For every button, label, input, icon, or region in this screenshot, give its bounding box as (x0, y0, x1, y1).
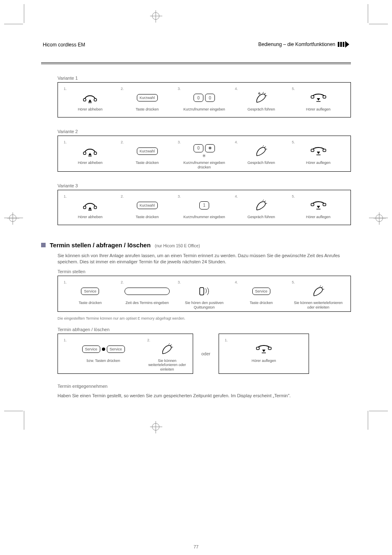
svg-rect-1 (94, 99, 97, 101)
operation-box: 1. Hörer abheben 2. Kurzwahl Taste drück… (58, 82, 351, 117)
operation-box: 1. Hörer abheben 2. Kurzwahl Taste drück… (58, 136, 351, 172)
operation-box: 1. Service Taste drücken 2. Zeit des Ter… (58, 276, 351, 312)
running-header: Hicom cordless EM Bedienung – die Komfor… (41, 41, 351, 50)
digit-key-icon: 1 (199, 201, 209, 210)
or-label: oder (201, 351, 210, 356)
star-key-icon: ✱ (205, 144, 215, 152)
variant-label: Variante 3 (58, 183, 351, 188)
svg-rect-4 (323, 96, 326, 98)
section-header: Termin stellen / abfragen / löschen (nur… (41, 242, 351, 249)
svg-rect-19 (256, 347, 259, 350)
hangup-icon (310, 200, 327, 211)
operation-box: 1. Hörer abheben 2. Kurzwahl Taste drück… (58, 190, 351, 225)
lift-handset-icon (83, 145, 97, 157)
talk-icon (254, 145, 268, 157)
digit-key-icon: 0 (194, 144, 203, 152)
intro-text: Sie können sich von Ihrer Anlage anrufen… (58, 253, 351, 265)
hangup-icon (310, 92, 327, 103)
key-icon: Kurzwahl (137, 94, 158, 101)
key-icon: Service (107, 345, 125, 353)
operation-box: 1. Hörer auflegen (219, 334, 309, 374)
key-icon: Service (252, 288, 270, 295)
key-icon: Service (82, 345, 100, 353)
page-content: Hicom cordless EM Bedienung – die Komfor… (41, 41, 351, 401)
subsection-label: Termin entgegennehmen (58, 384, 351, 389)
svg-rect-7 (94, 152, 97, 154)
header-left: Hicom cordless EM (43, 42, 85, 48)
hangup-icon (256, 344, 272, 355)
lamp-icon (102, 348, 105, 351)
variant-label: Variante 1 (58, 76, 351, 81)
ringing-phone-icon (197, 285, 211, 297)
body-text: Haben Sie einen Termin gestellt, so werd… (58, 393, 351, 399)
operation-box: 1. Service Service bzw. Tasten drücken 2… (58, 334, 193, 374)
section-title: Termin stellen / abfragen / löschen (50, 242, 151, 249)
svg-rect-12 (83, 206, 86, 209)
key-icon: Kurzwahl (137, 147, 158, 155)
key-icon: Service (81, 288, 99, 295)
digit-key-icon: 0 (205, 94, 215, 102)
page-number: 77 (194, 544, 198, 549)
svg-rect-0 (83, 99, 86, 101)
subsection-label: Termin stellen (58, 269, 351, 274)
variant-label: Variante 2 (58, 129, 351, 134)
section-bullet-icon (41, 243, 46, 247)
svg-rect-15 (311, 203, 314, 206)
svg-rect-3 (311, 96, 314, 98)
note-text: Die eingestellten Termine können nur am … (58, 316, 351, 321)
svg-rect-10 (323, 149, 326, 152)
input-field-icon (125, 288, 170, 295)
svg-rect-13 (94, 206, 97, 209)
hangup-icon (310, 146, 327, 157)
svg-rect-18 (200, 288, 204, 295)
key-icon: Kurzwahl (137, 202, 158, 209)
talk-icon (160, 343, 174, 355)
lift-handset-icon (83, 200, 97, 211)
header-right: Bedienung – die Komfortfunktionen (258, 41, 335, 47)
talk-icon (254, 92, 268, 104)
lift-handset-icon (83, 92, 97, 104)
svg-rect-9 (311, 149, 314, 152)
svg-rect-6 (83, 152, 86, 154)
svg-rect-20 (268, 347, 271, 350)
digit-key-icon: 0 (194, 94, 203, 102)
talk-icon (311, 285, 325, 297)
subsection-label: Termin abfragen / löschen (58, 327, 351, 332)
section-note: (nur Hicom 150 E Office) (155, 244, 200, 248)
talk-icon (254, 199, 268, 212)
star-icon: ✳ (202, 153, 206, 159)
continuation-arrow-icon (338, 41, 349, 48)
svg-rect-16 (323, 203, 326, 206)
